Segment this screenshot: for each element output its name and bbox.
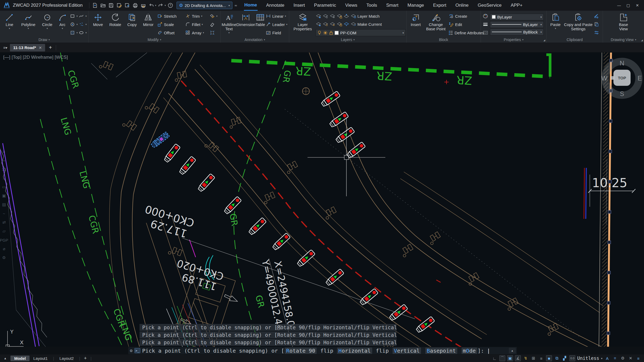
- clean-screen-icon[interactable]: ✕: [628, 355, 634, 361]
- polar-tracking-icon[interactable]: ⌒: [499, 355, 505, 361]
- layer-unlock-icon[interactable]: [336, 22, 342, 27]
- toolbar-list-icon[interactable]: ≡: [1, 149, 8, 154]
- copy-paste-settings-button[interactable]: Copy and Paste Settings: [563, 12, 593, 37]
- point-button[interactable]: ▾: [79, 21, 87, 28]
- make-current-icon[interactable]: [350, 22, 356, 27]
- lineweight-select[interactable]: ByLayer ▾: [490, 21, 544, 28]
- doc-list-icon[interactable]: ≡▾: [3, 46, 7, 50]
- annotation-scale-icon[interactable]: A: [604, 355, 610, 361]
- linetype-button[interactable]: [482, 29, 489, 36]
- layer-properties-button[interactable]: Layer Properties: [290, 12, 315, 37]
- tab-geoservice[interactable]: GeoService: [477, 1, 502, 10]
- insert-block-button[interactable]: Insert: [408, 12, 424, 37]
- tab-annotate[interactable]: Annotate: [266, 1, 285, 10]
- redo-dropdown[interactable]: ▾: [164, 4, 166, 7]
- toolbar-numbering-icon[interactable]: 12: [1, 166, 8, 172]
- ellipse-button[interactable]: ▾: [79, 29, 87, 36]
- erase-button[interactable]: [210, 21, 219, 28]
- draw-panel-label[interactable]: Draw▾: [0, 37, 88, 43]
- signal-symbols[interactable]: [164, 91, 435, 333]
- properties-panel-label[interactable]: Properties▾: [481, 37, 546, 43]
- multiline-text-button[interactable]: A Multiline Text▾: [222, 12, 236, 37]
- settings-gear-icon[interactable]: ⚙: [620, 355, 626, 361]
- set-bylayer-button[interactable]: ▾: [210, 13, 219, 20]
- save-button[interactable]: [108, 2, 115, 9]
- layers-panel-label[interactable]: Layers▾: [289, 37, 406, 43]
- cut-button[interactable]: [594, 13, 601, 20]
- add-layout-button[interactable]: +: [84, 356, 87, 361]
- line-dropdown-icon[interactable]: ▾: [9, 27, 10, 30]
- make-current-button[interactable]: Make Current: [357, 22, 382, 27]
- quick-properties-icon[interactable]: ⧉: [554, 355, 560, 361]
- color-picker-button[interactable]: [482, 13, 489, 20]
- save-all-button[interactable]: [124, 2, 131, 9]
- redo-button[interactable]: [157, 2, 164, 9]
- new-file-button[interactable]: [92, 2, 98, 9]
- toolbar-signal-icon[interactable]: ~: [1, 210, 8, 216]
- layer-dropdown[interactable]: PP-COM ▾: [316, 29, 406, 36]
- dynamic-ucs-icon[interactable]: ▞: [562, 355, 568, 361]
- donut-button[interactable]: ▾: [70, 21, 78, 28]
- annotation-panel-label[interactable]: Annotation▾: [221, 37, 289, 43]
- document-tab-close-icon[interactable]: ✕: [39, 46, 42, 50]
- layer-freeze-other-icon[interactable]: [330, 22, 335, 27]
- layer-match-button[interactable]: Layer Match: [357, 14, 380, 19]
- workspace-selector[interactable]: ⚙ 2D Drafting & Annota... ▾: [177, 2, 232, 9]
- lineweight-button[interactable]: [482, 21, 489, 28]
- keyword-flip-horizontal[interactable]: Horizontal: [337, 348, 372, 354]
- tab-online[interactable]: Online: [455, 1, 469, 10]
- tab-home[interactable]: Home: [244, 0, 258, 11]
- paste-button[interactable]: Paste▾: [548, 12, 563, 37]
- edit-block-button[interactable]: Edit: [448, 21, 479, 28]
- keyword-flip-vertical[interactable]: Vertical: [393, 348, 421, 354]
- trim-button[interactable]: Trim▾: [185, 13, 208, 20]
- viewport-controls[interactable]: [—] [Top] [2D Wireframe] [WCS]: [3, 55, 68, 60]
- modify-panel-label[interactable]: Modify▾: [89, 37, 220, 43]
- units-dropdown-icon[interactable]: ▾: [601, 357, 602, 360]
- arc-button[interactable]: Arc▾: [56, 12, 69, 37]
- mirror-button[interactable]: Mirror: [140, 12, 156, 37]
- dimension-button[interactable]: Dimension: [236, 12, 255, 37]
- layout-expand-icon[interactable]: ▲: [4, 357, 7, 360]
- define-attributes-button[interactable]: Define Attributes: [448, 29, 479, 36]
- layer-on-icon[interactable]: [316, 14, 321, 19]
- units-label[interactable]: Unitless: [577, 356, 599, 361]
- keyword-basepoint[interactable]: Basepoint: [425, 348, 457, 354]
- layer-off-icon[interactable]: [323, 14, 328, 19]
- create-block-button[interactable]: Create: [448, 13, 479, 20]
- minimize-button[interactable]: —: [614, 2, 624, 9]
- new-document-tab-button[interactable]: +: [49, 45, 52, 51]
- tab-tools[interactable]: Tools: [366, 1, 378, 10]
- isolate-objects-icon[interactable]: ⌗: [612, 355, 618, 361]
- undo-dropdown[interactable]: ▾: [155, 4, 156, 7]
- tab-manage[interactable]: Manage: [407, 1, 425, 10]
- block-panel-label[interactable]: Block: [407, 37, 481, 43]
- toolbar-measure-icon[interactable]: ⌀: [1, 246, 8, 252]
- selection-cycling-icon[interactable]: ■: [546, 355, 552, 361]
- toolbar-block-icon[interactable]: ▭: [1, 184, 8, 190]
- tab-layout2[interactable]: Layout2: [56, 356, 78, 361]
- change-base-point-button[interactable]: Change Base Point: [424, 12, 448, 37]
- rectangle-button[interactable]: ▾: [70, 13, 78, 20]
- table-button[interactable]: Table: [255, 12, 265, 37]
- hatch-button[interactable]: ▾: [70, 29, 78, 36]
- drawing-view-panel-label[interactable]: Drawing View▾: [603, 37, 644, 43]
- linear-dimension-button[interactable]: Linear▾: [266, 13, 287, 20]
- line-button[interactable]: Line▾: [1, 12, 18, 37]
- tab-layout1[interactable]: Layout1: [30, 356, 51, 361]
- base-view-button[interactable]: Base View: [614, 12, 633, 37]
- layer-walk-icon[interactable]: [316, 22, 321, 27]
- clipboard-panel-label[interactable]: Clipboard: [547, 37, 603, 43]
- command-input[interactable]: ⚙ >_ Pick a point (Ctrl to disable snapp…: [128, 347, 517, 354]
- help-button[interactable]: ?: [167, 2, 174, 9]
- tab-model[interactable]: Model: [10, 356, 30, 361]
- toolbar-display-icon[interactable]: ▣: [1, 193, 8, 199]
- explode-button[interactable]: [210, 29, 219, 36]
- command-expand-button[interactable]: ▲: [509, 348, 516, 353]
- layer-match-icon[interactable]: [350, 14, 356, 19]
- units-icon[interactable]: 0.0: [569, 355, 575, 361]
- tab-export[interactable]: Export: [433, 1, 447, 10]
- close-button[interactable]: ✕: [633, 2, 642, 9]
- snap-tracking-icon[interactable]: ∡: [515, 355, 521, 361]
- paste-dropdown-icon[interactable]: ▾: [555, 27, 556, 30]
